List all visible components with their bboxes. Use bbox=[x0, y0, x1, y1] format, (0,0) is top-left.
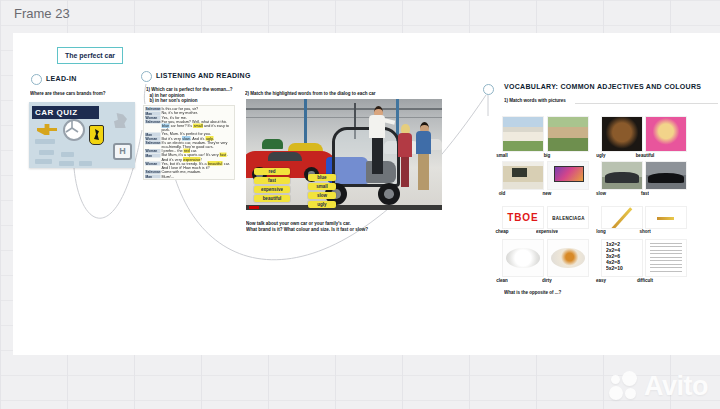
vocabulary-bullet-circle[interactable] bbox=[483, 84, 494, 95]
tvoe-logo-text: ТВОЕ bbox=[507, 212, 539, 223]
lesson-title: The perfect car bbox=[65, 52, 115, 59]
dialogue-line: SalesmanFor you, madam? Well, what about… bbox=[145, 120, 233, 133]
word-chip-red-car[interactable]: red bbox=[254, 168, 290, 175]
lead-in-heading: LEAD-IN bbox=[46, 75, 77, 82]
dialogue-textbook-image[interactable]: SalesmanIs this car for you, sir?ManNo, … bbox=[143, 105, 235, 180]
green-car bbox=[262, 139, 283, 149]
word-chip-blue-car[interactable]: slow bbox=[308, 192, 336, 199]
chevrolet-logo-icon bbox=[37, 124, 57, 135]
car-showroom-image[interactable]: redfastexpensivebeautiful bluesmallslowu… bbox=[246, 99, 442, 210]
word-chip-blue-car[interactable]: blue bbox=[308, 174, 336, 181]
electric-car-wheel bbox=[378, 183, 400, 205]
dialogue-speaker: Man bbox=[145, 153, 161, 157]
quiz-answer-chip bbox=[35, 139, 55, 144]
listening-heading: LISTENING AND READING bbox=[156, 72, 251, 79]
word-chip-label: beautiful bbox=[254, 195, 290, 202]
vocab-word-label: fast bbox=[624, 191, 666, 196]
lead-in-question: Where are these cars brands from? bbox=[30, 91, 145, 97]
vocab-word-label: small bbox=[481, 153, 523, 158]
word-chip-label: blue bbox=[308, 174, 336, 181]
dialogue-speaker: Woman bbox=[145, 162, 161, 166]
quiz-answer-chip bbox=[61, 152, 74, 157]
ex1-option-b: b) in her son's opinion bbox=[146, 98, 256, 104]
lead-in-bullet-circle[interactable] bbox=[31, 74, 42, 85]
vocab-word-label: cheap bbox=[481, 229, 523, 234]
house-big-picture[interactable] bbox=[548, 117, 588, 151]
opposite-question: What is the opposite of ...? bbox=[504, 290, 614, 296]
word-chip-red-car[interactable]: fast bbox=[254, 177, 290, 184]
hard-math-picture[interactable] bbox=[646, 240, 686, 276]
vocab-word-label: clean bbox=[481, 278, 523, 283]
vocab-word-label: beautiful bbox=[624, 153, 666, 158]
balenciaga-logo-text: BALENCIAGA bbox=[552, 215, 585, 220]
listening-exercise-2: 2) Match the highlighted words from to t… bbox=[245, 91, 435, 97]
ceiling-beam bbox=[246, 108, 442, 110]
man-shirt bbox=[416, 131, 431, 154]
doll-picture[interactable] bbox=[602, 117, 642, 151]
quiz-answer-chip bbox=[39, 150, 54, 155]
avito-logo-dot bbox=[622, 371, 637, 386]
listening-bullet-circle[interactable] bbox=[141, 71, 152, 82]
old-computer-picture[interactable] bbox=[503, 162, 543, 189]
tvoe-logo-picture[interactable]: ТВОЕ bbox=[503, 207, 543, 228]
vocabulary-grid: smallbiguglybeautifuloldnewslowfastТВОЕc… bbox=[500, 112, 702, 294]
word-chip-red-car[interactable]: beautiful bbox=[254, 195, 290, 202]
word-chip-label: ugly bbox=[308, 201, 336, 208]
long-pencil-picture[interactable] bbox=[602, 207, 642, 228]
vocab-word-label: difficult bbox=[624, 278, 666, 283]
ceiling-beam bbox=[246, 117, 442, 118]
house-small-picture[interactable] bbox=[503, 117, 543, 151]
avito-logo-dot bbox=[625, 388, 636, 399]
woman-body bbox=[398, 133, 412, 157]
clean-plate-picture[interactable] bbox=[503, 240, 543, 276]
dialogue-speaker: Salesman bbox=[145, 120, 161, 124]
dialogue-text: For you, madam? Well, what about this bl… bbox=[162, 120, 234, 133]
barbie-picture[interactable] bbox=[646, 117, 686, 151]
car-quiz-image[interactable]: CAR QUIZ H bbox=[29, 102, 135, 168]
quiz-answer-chip bbox=[59, 161, 74, 166]
word-chip-label: fast bbox=[254, 177, 290, 184]
vocab-word-label: long bbox=[580, 229, 622, 234]
dialogue-text: Mum!... bbox=[162, 174, 234, 178]
vocab-word-label: easy bbox=[580, 278, 622, 283]
talk-prompt: Now talk about your own car or your fami… bbox=[246, 221, 436, 232]
sports-car-picture[interactable] bbox=[646, 162, 686, 189]
peugeot-logo-icon bbox=[114, 113, 127, 128]
dialogue-speaker: Man bbox=[145, 174, 161, 178]
word-chip-label: slow bbox=[308, 192, 336, 199]
new-computer-picture[interactable] bbox=[548, 162, 588, 189]
word-chip-blue-car[interactable]: ugly bbox=[308, 201, 336, 208]
dirty-plate-picture[interactable] bbox=[548, 240, 588, 276]
ferrari-logo-icon bbox=[89, 125, 104, 145]
showroom-post bbox=[304, 99, 307, 145]
quiz-answer-chip bbox=[79, 161, 92, 166]
vocabulary-heading: VOCABULARY: COMMON ADJECTIVES AND COLOUR… bbox=[504, 83, 701, 90]
frame-title[interactable]: Frame 23 bbox=[14, 6, 70, 21]
woman-legs bbox=[401, 157, 409, 187]
avito-watermark-text: Avito bbox=[644, 371, 708, 402]
vocab-word-label: ugly bbox=[580, 153, 622, 158]
balenciaga-logo-picture[interactable]: BALENCIAGA bbox=[548, 207, 588, 228]
video-progress-bar[interactable] bbox=[246, 205, 442, 210]
quiz-answer-chip bbox=[35, 159, 52, 164]
talk-prompt-line2: What brand is it? What colour and size. … bbox=[246, 227, 368, 232]
old-car-picture[interactable] bbox=[602, 162, 642, 189]
vocab-word-label: short bbox=[624, 229, 666, 234]
man-pants bbox=[418, 154, 429, 190]
word-chip-red-car[interactable]: expensive bbox=[254, 186, 290, 193]
avito-logo-dot bbox=[609, 386, 623, 400]
simple-math-picture[interactable]: 1x2=2 2x2=4 3x2=6 4x2=8 5x2=10 bbox=[602, 240, 642, 276]
dialogue-speaker: Salesman bbox=[145, 141, 161, 145]
word-chip-blue-car[interactable]: small bbox=[308, 183, 336, 190]
honda-logo-icon: H bbox=[113, 143, 132, 160]
short-pencil-picture[interactable] bbox=[646, 207, 686, 228]
salesman-pants bbox=[372, 138, 383, 174]
vocab-word-label: dirty bbox=[526, 278, 568, 283]
vocab-word-label: expensive bbox=[526, 229, 568, 234]
word-chip-label: expensive bbox=[254, 186, 290, 193]
lesson-title-card[interactable]: The perfect car bbox=[57, 47, 123, 64]
vocab-word-label: slow bbox=[580, 191, 622, 196]
talk-prompt-line1: Now talk about your own car or your fami… bbox=[246, 221, 351, 226]
car-quiz-title: CAR QUIZ bbox=[32, 106, 99, 119]
vocab-word-label: old bbox=[481, 191, 523, 196]
